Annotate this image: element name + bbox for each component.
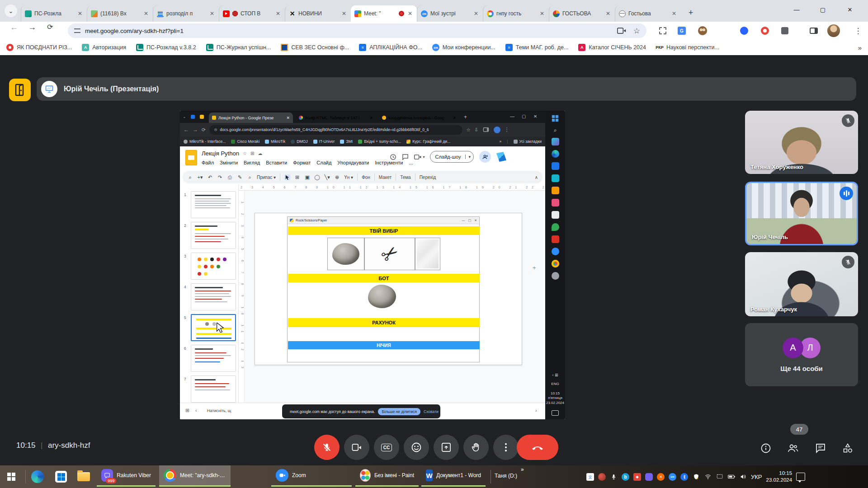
- next-slide-icon[interactable]: ›: [535, 408, 537, 413]
- bookmarks-overflow-chevron[interactable]: »: [858, 44, 862, 52]
- shared-new-tab-button[interactable]: +: [464, 114, 467, 120]
- edge-taskbar-icon[interactable]: [30, 469, 45, 484]
- new-tab-button[interactable]: +: [684, 6, 697, 19]
- contacts-app-icon[interactable]: [552, 211, 559, 219]
- menu-arrange[interactable]: Упорядкувати: [337, 160, 369, 165]
- opera-red-extension-icon[interactable]: [759, 24, 771, 37]
- shared-close-button[interactable]: ✕: [533, 114, 537, 119]
- translate-extension-icon[interactable]: G: [675, 24, 688, 37]
- tab-close-icon[interactable]: ✕: [209, 10, 215, 17]
- side-panel-icon[interactable]: [807, 24, 820, 37]
- security-warning-tray-icon[interactable]: [692, 473, 700, 481]
- address-bar[interactable]: meet.google.com/ary-sdkh-hzf?pli=1 ☆: [68, 23, 646, 38]
- layout-button[interactable]: Макет: [379, 175, 392, 180]
- slide-thumbnail-4[interactable]: [191, 283, 236, 310]
- browser-tab[interactable]: ГОСТЬОВА ✕: [549, 5, 615, 22]
- slide-thumbnail-6[interactable]: [191, 345, 236, 372]
- insert-image-icon[interactable]: ▣: [304, 174, 310, 180]
- bookmark-item[interactable]: Вхідні + sumy-scho...: [358, 139, 401, 144]
- bookmark-item[interactable]: ≡АПЛІКАЦІЙНА ФО...: [359, 44, 422, 51]
- text-style-dropdown[interactable]: Yн ▾: [344, 175, 353, 180]
- microphone-tray-icon[interactable]: [610, 473, 618, 481]
- insert-comment-icon[interactable]: ⊕: [334, 174, 340, 180]
- hide-notification-link[interactable]: Сховати: [424, 409, 439, 414]
- teal-app-icon[interactable]: [552, 174, 559, 182]
- translator-tray-icon[interactable]: 文: [586, 473, 594, 481]
- fit-dropdown[interactable]: Припас ▾: [257, 175, 276, 180]
- insert-shape-icon[interactable]: ◯: [314, 174, 320, 180]
- tab-close-icon[interactable]: ✕: [77, 10, 83, 17]
- bookmark-item[interactable]: ПС-Розклад v.3.8.2: [136, 44, 196, 51]
- window-maximize-button[interactable]: ▢: [812, 0, 834, 19]
- new-slide-icon[interactable]: +▾: [197, 174, 203, 180]
- move-folder-icon[interactable]: ⊞: [250, 151, 254, 156]
- blue-dot-extension-icon[interactable]: [738, 24, 750, 37]
- grid-view-icon[interactable]: ⊞: [185, 408, 189, 413]
- print-icon[interactable]: ⎙: [227, 174, 233, 180]
- zoom-in-icon[interactable]: +: [533, 264, 536, 271]
- taskbar-app-paint[interactable]: Без імені - Paint: [355, 465, 419, 487]
- bookmark-item[interactable]: MikroTik: [265, 139, 285, 144]
- end-call-button[interactable]: [517, 435, 558, 460]
- participant-tile[interactable]: Тетяна Хоруженко: [745, 111, 858, 174]
- zoom-icon[interactable]: ⌕: [247, 174, 253, 180]
- tab-search-button[interactable]: ⌄: [5, 5, 17, 17]
- shared-download-icon[interactable]: ⇩: [474, 127, 478, 133]
- battery-tray-icon[interactable]: [727, 473, 735, 481]
- browser-tab[interactable]: ПС-Розкла ✕: [21, 5, 87, 22]
- bookmark-item[interactable]: AКаталог СІЧЕНЬ 2024: [578, 44, 646, 51]
- prev-slide-icon[interactable]: ‹: [195, 408, 197, 413]
- taskbar-clock[interactable]: 10:15 23.02.2024: [766, 470, 793, 483]
- activities-button[interactable]: [841, 442, 854, 455]
- browser-tab[interactable]: zm Мої зустрі ✕: [417, 5, 483, 22]
- orange-app-icon[interactable]: [552, 187, 559, 194]
- shared-star-icon[interactable]: ☆: [466, 127, 471, 133]
- participant-tile[interactable]: Роман Кухарчук: [745, 252, 858, 316]
- browser-tab[interactable]: (11618) Вх ✕: [87, 5, 153, 22]
- bookmark-item[interactable]: IT-Univer: [313, 139, 335, 144]
- bookmark-item[interactable]: Cisco Meraki: [231, 139, 259, 144]
- shared-forward-icon[interactable]: →: [193, 127, 198, 133]
- tab-close-icon[interactable]: ✕: [369, 116, 373, 120]
- menu-edit[interactable]: Змінити: [220, 160, 238, 165]
- chrome-app-icon[interactable]: [552, 260, 559, 267]
- drive-label[interactable]: Таня (D:): [495, 473, 517, 479]
- tab-close-icon[interactable]: ✕: [453, 116, 456, 120]
- red-app-icon[interactable]: [552, 235, 559, 243]
- slide-thumbnail-7[interactable]: [191, 375, 236, 403]
- tab-close-icon[interactable]: ✕: [286, 116, 290, 120]
- paint-format-icon[interactable]: ✎: [237, 174, 243, 180]
- shared-profile-avatar[interactable]: [494, 127, 500, 133]
- all-bookmarks[interactable]: Усі закладки: [514, 139, 542, 144]
- select-cursor-icon[interactable]: [284, 174, 290, 180]
- window-close-button[interactable]: ✕: [839, 0, 861, 19]
- slide-thumbnail-2[interactable]: [191, 222, 236, 249]
- store-taskbar-icon[interactable]: [53, 469, 69, 484]
- bookmark-star-icon[interactable]: ☆: [633, 26, 640, 36]
- bookmark-item[interactable]: AАвторизация: [82, 44, 126, 51]
- taskbar-overflow-chevron[interactable]: »: [521, 466, 524, 473]
- presenting-door-button[interactable]: [9, 79, 31, 101]
- shared-tab-search-icon[interactable]: ⌄: [183, 114, 186, 119]
- more-participants-tile[interactable]: А Л Ще 44 особи: [745, 323, 858, 386]
- shared-maximize-button[interactable]: ▢: [522, 114, 526, 119]
- shared-menu-kebab-icon[interactable]: ⋮: [504, 127, 509, 133]
- more-options-button[interactable]: [493, 435, 519, 460]
- redo-icon[interactable]: ↷: [217, 174, 223, 180]
- action-center-icon[interactable]: [796, 473, 805, 481]
- browser-tab[interactable]: розподіл п ✕: [153, 5, 219, 22]
- slideshow-dropdown[interactable]: ▾: [465, 155, 473, 159]
- present-button[interactable]: [434, 435, 459, 460]
- shared-pinned-tab[interactable]: [191, 115, 195, 119]
- tab-close-icon[interactable]: ✕: [143, 10, 149, 17]
- bookmark-item[interactable]: ≡Теми МАГ. роб. де...: [505, 44, 569, 51]
- browser-tab[interactable]: гнпу гость ✕: [483, 5, 549, 22]
- site-info-icon[interactable]: [74, 28, 80, 33]
- browser-menu-kebab-icon[interactable]: ⋮: [852, 24, 864, 37]
- bookmark-item[interactable]: РКРНаукові перспекти...: [656, 44, 719, 51]
- comments-icon[interactable]: [402, 154, 409, 160]
- tab-close-icon[interactable]: ✕: [341, 10, 347, 17]
- star-icon[interactable]: ☆: [243, 151, 247, 156]
- viber-tray-icon[interactable]: [645, 473, 653, 481]
- camera-in-use-icon[interactable]: [617, 27, 626, 34]
